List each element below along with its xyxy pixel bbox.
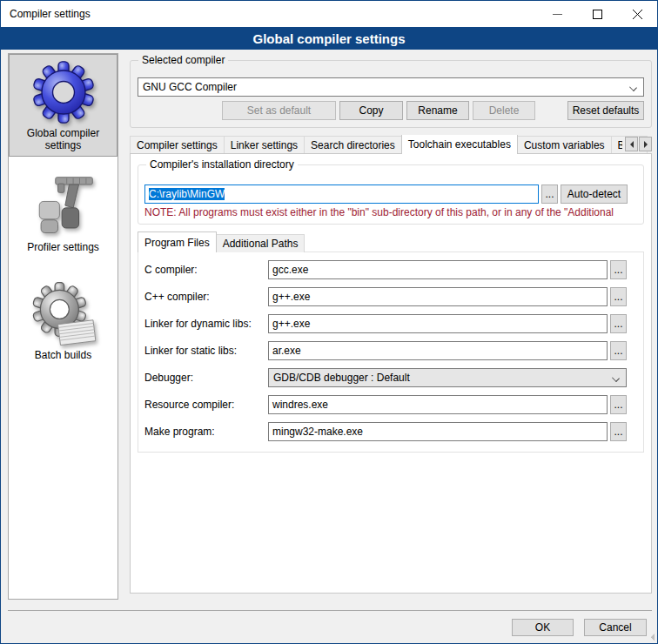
install-dir-note: NOTE: All programs must exist either in … — [144, 206, 628, 218]
main-panel: Selected compiler GNU GCC Compiler Set a… — [130, 53, 652, 594]
install-dir-input[interactable]: C:\raylib\MinGW — [144, 184, 539, 204]
field-label: Linker for static libs: — [144, 345, 268, 357]
set-as-default-button: Set as default — [222, 101, 336, 120]
footer-divider — [8, 610, 652, 611]
form-row-linker-dynamic: Linker for dynamic libs: g++.exe ... — [144, 314, 627, 333]
tab-custom-variables[interactable]: Custom variables — [517, 136, 612, 154]
field-label: C compiler: — [144, 264, 268, 276]
cancel-button[interactable]: Cancel — [584, 619, 647, 636]
tab-additional-paths[interactable]: Additional Paths — [216, 234, 306, 252]
debugger-select[interactable]: GDB/CDB debugger : Default — [268, 368, 627, 387]
maximize-button[interactable] — [577, 1, 617, 27]
installation-directory-group: Compiler's installation directory C:\ray… — [138, 164, 644, 225]
browse-resource-compiler-button[interactable]: ... — [610, 395, 627, 414]
minimize-icon — [553, 10, 562, 19]
auto-detect-button[interactable]: Auto-detect — [561, 184, 628, 204]
program-files-panel: C compiler: gcc.exe ... C++ compiler: g+… — [138, 252, 644, 453]
dialog-header: Global compiler settings — [1, 27, 657, 50]
make-program-input[interactable]: mingw32-make.exe — [268, 422, 608, 441]
tab-linker-settings[interactable]: Linker settings — [224, 136, 305, 154]
reset-defaults-button[interactable]: Reset defaults — [567, 101, 644, 120]
c-compiler-input[interactable]: gcc.exe — [268, 260, 608, 279]
group-label: Compiler's installation directory — [146, 158, 298, 171]
compiler-buttons: Set as default Copy Rename Delete Reset … — [138, 101, 644, 124]
toolchain-executables-page: Compiler's installation directory C:\ray… — [130, 153, 652, 594]
settings-tabs: Compiler settings Linker settings Search… — [130, 135, 652, 154]
form-row-c-compiler: C compiler: gcc.exe ... — [144, 260, 627, 279]
field-value: ar.exe — [272, 345, 301, 357]
field-label: Make program: — [144, 426, 268, 438]
maximize-icon — [593, 10, 602, 19]
sidebar-item-batch-builds[interactable]: Batch builds — [9, 270, 118, 372]
arrow-left-icon — [627, 141, 634, 148]
cpp-compiler-input[interactable]: g++.exe — [268, 287, 608, 306]
field-label: Debugger: — [144, 372, 268, 384]
group-label: Selected compiler — [138, 54, 228, 66]
tab-program-files[interactable]: Program Files — [138, 231, 217, 252]
tab-scroll-left-button[interactable] — [625, 137, 638, 151]
browse-linker-dynamic-button[interactable]: ... — [610, 314, 627, 333]
field-label: Linker for dynamic libs: — [144, 318, 268, 330]
tab-search-directories[interactable]: Search directories — [304, 136, 402, 154]
browse-c-compiler-button[interactable]: ... — [610, 260, 627, 279]
field-value: windres.exe — [272, 399, 328, 411]
sidebar-item-label: Global compiler settings — [13, 127, 113, 151]
form-row-cpp-compiler: C++ compiler: g++.exe ... — [144, 287, 627, 306]
caliper-icon — [31, 174, 96, 238]
compiler-settings-dialog: Compiler settings Global compiler settin… — [0, 0, 658, 644]
chevron-down-icon — [629, 84, 637, 91]
settings-category-list: Global compiler settings Profiler settin… — [8, 53, 118, 600]
grey-gear-stack-icon — [31, 282, 96, 346]
tab-scroll-right-button[interactable] — [639, 137, 652, 151]
tab-compiler-settings[interactable]: Compiler settings — [130, 136, 225, 154]
browse-cpp-compiler-button[interactable]: ... — [610, 287, 627, 306]
form-row-resource-compiler: Resource compiler: windres.exe ... — [144, 395, 627, 414]
debugger-select-value: GDB/CDB debugger : Default — [273, 372, 410, 384]
field-value: gcc.exe — [272, 264, 308, 276]
form-row-linker-static: Linker for static libs: ar.exe ... — [144, 341, 627, 360]
ok-button[interactable]: OK — [512, 619, 574, 636]
minimize-button[interactable] — [537, 1, 577, 27]
form-row-debugger: Debugger: GDB/CDB debugger : Default — [144, 368, 627, 387]
compiler-select[interactable]: GNU GCC Compiler — [138, 77, 644, 97]
tab-toolchain-executables[interactable]: Toolchain executables — [401, 135, 518, 154]
field-value: mingw32-make.exe — [272, 426, 363, 438]
install-dir-value: C:\raylib\MinGW — [149, 188, 225, 200]
browse-install-dir-button[interactable]: ... — [541, 184, 558, 204]
field-value: g++.exe — [272, 291, 310, 303]
chevron-down-icon — [612, 374, 620, 382]
form-row-make-program: Make program: mingw32-make.exe ... — [144, 422, 627, 441]
rename-button[interactable]: Rename — [406, 101, 469, 120]
tab-scroll-buttons — [622, 137, 652, 151]
window-title: Compiler settings — [1, 8, 91, 20]
sidebar-item-label: Profiler settings — [27, 241, 99, 253]
sidebar-item-profiler-settings[interactable]: Profiler settings — [9, 162, 118, 265]
selected-compiler-group: Selected compiler GNU GCC Compiler Set a… — [130, 60, 652, 128]
program-tabs: Program Files Additional Paths — [138, 233, 644, 252]
resource-compiler-input[interactable]: windres.exe — [268, 395, 608, 414]
compiler-select-value: GNU GCC Compiler — [143, 81, 237, 93]
sidebar-item-label: Batch builds — [35, 349, 91, 361]
sidebar-item-global-compiler-settings[interactable]: Global compiler settings — [9, 54, 118, 157]
titlebar[interactable]: Compiler settings — [1, 1, 657, 27]
field-label: Resource compiler: — [144, 399, 268, 411]
close-icon — [633, 10, 642, 19]
blue-gear-icon — [31, 60, 96, 124]
field-value: g++.exe — [272, 318, 310, 330]
copy-button[interactable]: Copy — [339, 101, 403, 120]
browse-linker-static-button[interactable]: ... — [610, 341, 627, 360]
browse-make-program-button[interactable]: ... — [610, 422, 627, 441]
arrow-right-icon — [644, 141, 651, 148]
field-label: C++ compiler: — [144, 291, 268, 303]
delete-button: Delete — [473, 101, 535, 120]
resize-grip[interactable] — [648, 634, 655, 641]
close-button[interactable] — [617, 1, 657, 27]
linker-static-input[interactable]: ar.exe — [268, 341, 608, 360]
linker-dynamic-input[interactable]: g++.exe — [268, 314, 608, 333]
